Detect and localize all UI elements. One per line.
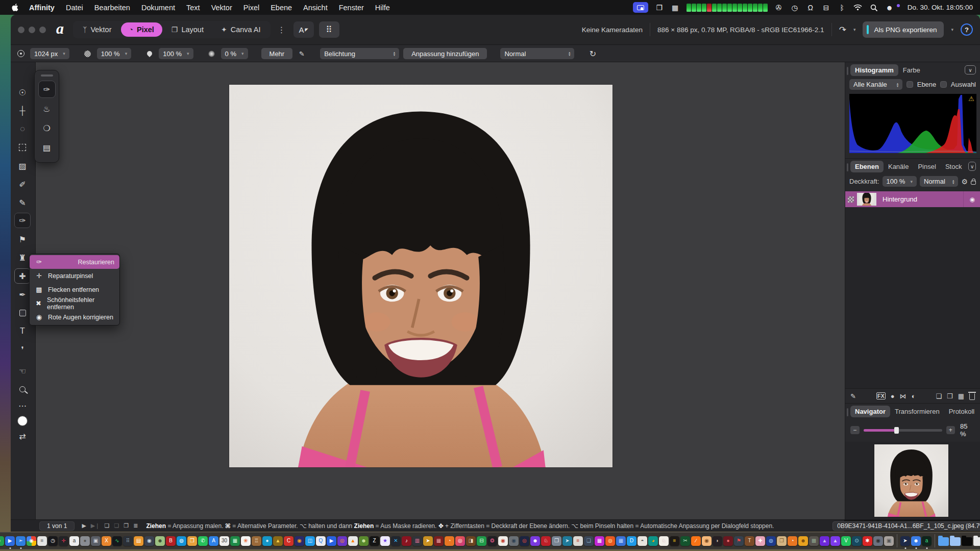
zoom-in-button[interactable]: + <box>946 426 955 434</box>
wifi-icon[interactable] <box>853 3 863 13</box>
list-icon[interactable]: ≣ <box>133 522 138 529</box>
coin-app[interactable]: ◉ <box>295 536 304 546</box>
export-chevron-icon[interactable]: ▾ <box>951 27 953 32</box>
photos-app[interactable]: ❀ <box>241 536 251 546</box>
brush-flow-dropdown[interactable]: 100 %▾ <box>159 48 193 59</box>
notes-app[interactable]: ≡ <box>37 536 47 546</box>
purple-donut-app[interactable]: ◎ <box>337 536 347 546</box>
window-controls[interactable] <box>18 27 46 33</box>
red-gear-app[interactable]: ✱ <box>863 536 872 546</box>
apple-menu-icon[interactable] <box>7 4 22 12</box>
healing-brush-tool[interactable]: ✚ <box>14 268 31 284</box>
persona-pixel[interactable]: ◔Pixel <box>121 22 162 37</box>
cyan-ball-app[interactable]: ● <box>262 536 272 546</box>
keyboard-input-icon[interactable]: ⊟ <box>822 3 831 13</box>
adjustment-type-select[interactable]: Belichtung▴▾ <box>320 48 399 59</box>
gradient-pill-app[interactable]: ◎ <box>455 536 465 546</box>
door-app[interactable]: ◨ <box>466 536 476 546</box>
navy-chat-app[interactable]: ➤ <box>900 536 910 546</box>
moon-app[interactable]: ◗ <box>713 536 722 546</box>
paint-brush-tool[interactable]: ✐ <box>14 177 31 192</box>
add-adjustment-button[interactable]: Anpassung hinzufügen <box>403 48 487 59</box>
book-app[interactable]: ▤ <box>134 536 143 546</box>
persona-layout[interactable]: ❐Layout <box>163 22 212 37</box>
tab-ebenen[interactable]: Ebenen <box>850 161 884 172</box>
purple-mountain-app[interactable]: ▲ <box>820 536 829 546</box>
floating-tool-palette[interactable]: ✑♨❍▤ <box>34 70 59 163</box>
menu-bar-clock[interactable]: Do. 30. Okt. 18:05:00 <box>908 4 973 11</box>
brush-hardness-dropdown[interactable]: 0 %▾ <box>221 48 248 59</box>
menu-item-fenster[interactable]: Fenster <box>333 3 370 13</box>
flyout-item-sch-nheitsfehler-entfernen[interactable]: ✖Schönheitsfehler entfernen <box>30 296 119 310</box>
layer-settings-gear-icon[interactable]: ⚙ <box>961 178 968 186</box>
frog-app[interactable]: ☻ <box>359 536 369 546</box>
orange-slash-app[interactable]: ∕ <box>691 536 701 546</box>
flyout-item-reparaturpinsel[interactable]: ✛Reparaturpinsel <box>30 269 119 283</box>
red-horse-app[interactable]: ♘ <box>541 536 551 546</box>
zoom-slider-handle[interactable] <box>894 427 899 434</box>
play-last-icon[interactable]: ▶❘ <box>91 522 100 529</box>
red-note-app[interactable]: ≡ <box>573 536 583 546</box>
user-switch-icon[interactable]: ☻ <box>885 3 894 13</box>
green-v-app[interactable]: V <box>841 536 851 546</box>
tab-pinsel[interactable]: Pinsel <box>913 161 940 172</box>
tab-transformieren[interactable]: Transformieren <box>890 406 944 417</box>
blue-play-app[interactable]: ▶ <box>327 536 336 546</box>
blue-drop-app[interactable]: D <box>627 536 636 546</box>
new-image-layer-icon[interactable]: ❏ <box>936 392 942 400</box>
stage-manager-icon[interactable]: ❐ <box>655 3 664 13</box>
black-z-app[interactable]: Z <box>370 536 379 546</box>
undo-brush-tool[interactable]: ⚑ <box>14 232 31 247</box>
beige-box-app[interactable]: ▣ <box>884 536 894 546</box>
slate-window-app[interactable]: ❐ <box>552 536 561 546</box>
menu-item-ebene[interactable]: Ebene <box>265 3 298 13</box>
white-camera-app[interactable]: ◉ <box>498 536 508 546</box>
bluetooth-icon[interactable]: ᛒ <box>838 3 847 13</box>
export-png-button[interactable]: Als PNG exportieren <box>863 21 944 38</box>
reset-icon[interactable]: ↻ <box>587 49 598 59</box>
clock-widget-icon[interactable]: ◷ <box>790 3 799 13</box>
dark-x-app[interactable]: ✕ <box>391 536 401 546</box>
color-wheel-app[interactable]: ❂ <box>487 536 497 546</box>
pixel-pencil-tool[interactable]: ✎ <box>14 195 31 210</box>
clone-stamp-tool[interactable]: ♜ <box>14 250 31 265</box>
text-editor-app[interactable]: a <box>69 536 79 546</box>
menu-item-dokument[interactable]: Dokument <box>136 3 181 13</box>
green-car-app[interactable]: ⊟ <box>477 536 486 546</box>
panel-drag-handle[interactable] <box>847 163 848 171</box>
tab-histogramm[interactable]: Histogramm <box>850 64 898 76</box>
purple-creature-app[interactable]: ☻ <box>530 536 540 546</box>
peach-camera-app[interactable]: ◉ <box>702 536 712 546</box>
delete-layer-icon[interactable] <box>969 393 975 400</box>
docs-folder-app[interactable]: ❒ <box>777 536 787 546</box>
music-app[interactable]: ♪ <box>402 536 411 546</box>
dark-photo-app[interactable]: ❏ <box>584 536 594 546</box>
blender-app[interactable]: ◔ <box>788 536 797 546</box>
marquee-select-tool[interactable] <box>14 140 31 155</box>
palette-drag-handle[interactable] <box>41 74 53 77</box>
screen-mirroring-icon[interactable] <box>633 2 648 13</box>
gray-wheel-app[interactable]: ◉ <box>873 536 883 546</box>
green-tile-app[interactable]: ▦ <box>230 536 240 546</box>
gradient-tool[interactable]: ▨ <box>14 158 31 173</box>
persona-canva-ai[interactable]: ✦Canva AI <box>213 22 269 37</box>
menu-item-bearbeiten[interactable]: Bearbeiten <box>89 3 136 13</box>
avatar-photo-app[interactable]: ☻ <box>155 536 165 546</box>
swap-colors[interactable]: ⇄ <box>14 429 31 444</box>
canvas-area[interactable] <box>36 62 845 519</box>
menu-item-datei[interactable]: Datei <box>60 3 89 13</box>
purple-mountain-2-app[interactable]: ▲ <box>830 536 840 546</box>
app-store-app[interactable]: A <box>209 536 218 546</box>
toolbar-grid-button[interactable]: ⠿ <box>319 21 339 38</box>
histogram-collapse-button[interactable]: ∨ <box>965 65 976 74</box>
snapping-icon[interactable]: ↷ <box>839 24 846 35</box>
whatsapp-app[interactable]: ✆ <box>198 536 208 546</box>
tv-colorbars-app[interactable]: ▥ <box>412 536 422 546</box>
flyout-item-restaurieren[interactable]: ✑Restaurieren <box>30 255 119 269</box>
adjustment-icon[interactable]: ◐ <box>912 392 916 400</box>
camo-app[interactable]: ▩ <box>809 536 819 546</box>
channel-select[interactable]: Alle Kanäle▴▾ <box>849 79 902 90</box>
magenta-grid-app[interactable]: ▦ <box>595 536 604 546</box>
documents-folder[interactable] <box>950 537 961 546</box>
more-tools[interactable]: ⋯ <box>14 398 31 413</box>
